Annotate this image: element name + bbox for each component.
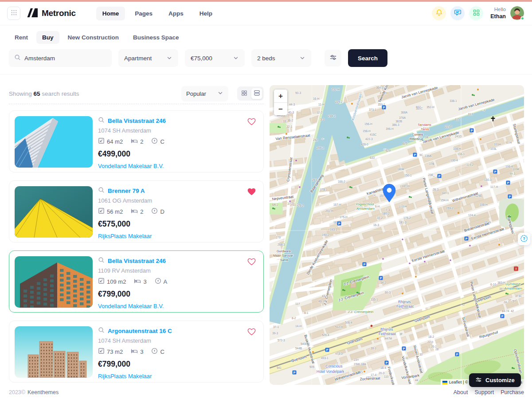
agency-link[interactable]: Vondelland Makelaar B.V.: [98, 163, 164, 169]
listing-title-link[interactable]: Bella Vistastraat 246: [108, 117, 166, 124]
favorite-button[interactable]: [247, 187, 256, 196]
chat-icon: [454, 9, 462, 18]
svg-text:J.J. Cremerplein: J.J. Cremerplein: [347, 310, 374, 314]
search-icon: [98, 327, 105, 335]
svg-text:221D: 221D: [445, 125, 452, 128]
svg-text:615: 615: [455, 118, 460, 121]
location-input[interactable]: [24, 55, 106, 62]
agency-link[interactable]: RijksPlaats Makelaar: [98, 373, 152, 379]
svg-text:3F: 3F: [399, 332, 403, 336]
price-select[interactable]: €75,000: [185, 49, 245, 67]
listing-card[interactable]: Brenner 79 A 1061 OG Amsterdam 56 m2 2 D…: [9, 180, 264, 243]
tab-buy[interactable]: Buy: [36, 31, 59, 44]
tab-rent[interactable]: Rent: [9, 31, 34, 44]
nav-item-pages[interactable]: Pages: [129, 7, 159, 20]
svg-text:57: 57: [512, 300, 516, 303]
app-launcher-button[interactable]: [7, 7, 20, 20]
svg-text:P: P: [501, 315, 504, 318]
svg-text:37: 37: [508, 299, 512, 302]
map[interactable]: 364-3370-H359-1373-1368A376A382B386-3396…: [270, 85, 524, 385]
svg-text:156-H: 156-H: [364, 122, 372, 125]
svg-text:P: P: [326, 348, 329, 352]
search-icon: [98, 187, 105, 195]
zoom-in-button[interactable]: +: [274, 90, 287, 102]
svg-text:279: 279: [276, 236, 281, 239]
svg-text:193-1: 193-1: [330, 228, 337, 231]
filters-button[interactable]: [325, 50, 341, 66]
listing-price: €799,000: [98, 289, 130, 299]
map-canvas[interactable]: 364-3370-H359-1373-1368A376A382B386-3396…: [270, 85, 524, 385]
tab-business-space[interactable]: Business Space: [127, 31, 185, 44]
footer-link-about[interactable]: About: [454, 389, 468, 395]
svg-text:Hotel Vondelpark: Hotel Vondelpark: [317, 370, 344, 374]
favorite-button[interactable]: [247, 117, 256, 125]
svg-text:175-H: 175-H: [340, 215, 348, 219]
listing-card[interactable]: Argonautenstraat 16 C 1074 SH Amsterdam …: [9, 321, 264, 383]
svg-text:Cornelis: Cornelis: [412, 133, 423, 136]
bell-icon: [435, 9, 443, 18]
property-photo: [15, 186, 93, 238]
help-floating-button[interactable]: ?: [518, 233, 530, 245]
agency-link[interactable]: Vondelland Makelaar B.V.: [98, 303, 164, 309]
zoom-out-button[interactable]: −: [274, 102, 287, 115]
svg-text:30: 30: [419, 353, 423, 356]
nav-item-help[interactable]: Help: [193, 7, 219, 20]
svg-text:103L: 103L: [490, 147, 497, 150]
svg-text:28: 28: [435, 348, 439, 351]
listing-rooms: 2: [140, 208, 143, 215]
nav-item-apps[interactable]: Apps: [162, 7, 190, 20]
svg-text:202-H: 202-H: [325, 209, 333, 212]
agency-link[interactable]: RijksPlaats Makelaar: [98, 233, 152, 239]
nav-item-home[interactable]: Home: [96, 7, 125, 20]
listing-title-link[interactable]: Brenner 79 A: [108, 188, 145, 194]
logo[interactable]: Metronic: [27, 8, 76, 19]
bed-icon: [131, 207, 138, 215]
list-view-button[interactable]: [251, 88, 262, 99]
bed-icon: [131, 137, 138, 145]
apps-button[interactable]: [469, 6, 483, 20]
svg-text:Feithstraat: Feithstraat: [379, 332, 396, 336]
listing-title-link[interactable]: Argonautenstraat 16 C: [108, 328, 172, 334]
listing-area: 64 m2: [107, 138, 123, 145]
sort-select[interactable]: Popular: [181, 86, 228, 102]
listing-card[interactable]: Bella Vistastraat 246 1074 SH Amsterdam …: [9, 110, 264, 172]
svg-text:625: 625: [403, 142, 407, 145]
footer: 2023© Keenthemes AboutSupportPurchase: [9, 389, 524, 395]
chevron-down-icon: [217, 90, 223, 98]
svg-text:14-H: 14-H: [295, 325, 301, 328]
footer-link-support[interactable]: Support: [474, 389, 494, 395]
listing-title-link[interactable]: Bella Vistastraat 246: [108, 258, 166, 264]
svg-text:364-3: 364-3: [376, 86, 383, 89]
avatar[interactable]: [510, 6, 524, 20]
grid-view-button[interactable]: [239, 88, 250, 99]
svg-text:544B: 544B: [295, 347, 302, 350]
bedrooms-select[interactable]: 2 beds: [251, 49, 311, 67]
svg-text:352-H: 352-H: [426, 106, 434, 109]
svg-text:383-H: 383-H: [497, 281, 505, 284]
tab-new-construction[interactable]: New Construction: [62, 31, 125, 44]
notifications-button[interactable]: [432, 6, 446, 20]
favorite-button[interactable]: [247, 327, 256, 336]
svg-text:Feithstraat: Feithstraat: [396, 305, 414, 309]
property-type-select[interactable]: Apartment: [118, 49, 178, 67]
listing-card[interactable]: Bella Vistastraat 246 1109 RV Amsterdam …: [9, 250, 264, 313]
svg-text:24: 24: [504, 301, 507, 304]
svg-text:22-0: 22-0: [427, 340, 433, 344]
svg-text:116-1: 116-1: [458, 153, 465, 156]
svg-text:373C: 373C: [515, 294, 522, 297]
svg-text:158-H: 158-H: [363, 129, 371, 133]
messages-button[interactable]: [450, 6, 465, 20]
energy-icon: [151, 348, 158, 356]
main-nav: HomePagesAppsHelp: [96, 7, 219, 20]
footer-link-purchase[interactable]: Purchase: [501, 389, 524, 395]
search-icon: [98, 117, 105, 125]
svg-text:180-2: 180-2: [382, 212, 390, 215]
location-field: [9, 49, 112, 67]
svg-text:8-1: 8-1: [304, 311, 309, 314]
customize-button[interactable]: Customize: [469, 373, 521, 387]
favorite-button[interactable]: [247, 257, 256, 266]
svg-text:16-H: 16-H: [313, 97, 319, 100]
area-icon: [98, 278, 105, 286]
svg-text:229-2: 229-2: [335, 100, 343, 103]
search-button[interactable]: Search: [348, 49, 387, 67]
